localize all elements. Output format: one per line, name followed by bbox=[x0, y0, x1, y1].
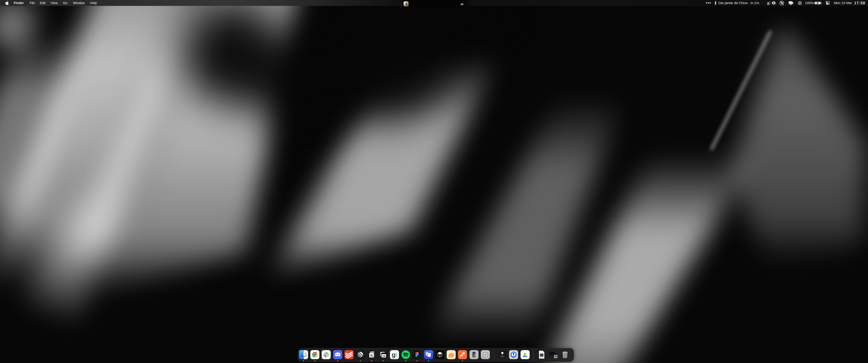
svg-text:10: 10 bbox=[382, 354, 385, 358]
svg-text:raycast: raycast bbox=[500, 355, 504, 357]
svg-text:N: N bbox=[370, 353, 373, 358]
svg-text:g: g bbox=[392, 351, 396, 358]
svg-text:11: 11 bbox=[555, 356, 556, 357]
